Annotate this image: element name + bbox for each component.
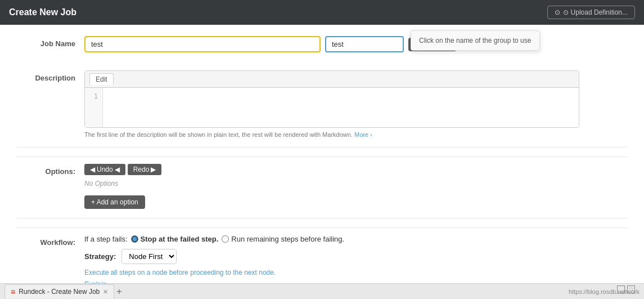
divider-1	[17, 157, 627, 157]
description-field: Edit 1 The first line of the description…	[84, 70, 627, 138]
run-remaining-text: Run remaining steps before failing.	[231, 235, 344, 243]
step-fail-text: If a step fails:	[84, 235, 128, 243]
bottom-tab-bar: ≡ Rundeck - Create New Job ✕ + https://b…	[0, 283, 644, 299]
stop-at-failed-label[interactable]: Stop at the failed step.	[131, 235, 219, 243]
step-fail-row: If a step fails: Stop at the failed step…	[84, 235, 627, 243]
editor-tabs: Edit	[85, 71, 579, 88]
stop-at-failed-text: Stop at the failed step.	[141, 235, 219, 243]
strategy-hint: Execute all steps on a node before proce…	[84, 269, 627, 276]
job-name-field: Choose … ▾ Click on the name of the grou…	[84, 36, 627, 52]
main-content: Job Name Choose … ▾ Click on the name of…	[0, 25, 644, 299]
description-label: Description	[17, 70, 84, 82]
options-field: ◀ Undo ◀ Redo ▶ No Options + Add an opti…	[84, 164, 627, 209]
run-remaining-label[interactable]: Run remaining steps before failing.	[222, 235, 344, 243]
restore-button[interactable]: □	[627, 285, 635, 293]
stop-at-failed-radio[interactable]	[131, 235, 138, 243]
edit-tab[interactable]: Edit	[89, 73, 114, 85]
description-textarea[interactable]	[103, 88, 579, 127]
job-name-input-row: Choose … ▾ Click on the name of the grou…	[84, 36, 627, 52]
tab-title: Rundeck - Create New Job	[19, 288, 100, 296]
description-hint: The first line of the description will b…	[84, 131, 627, 138]
no-options-text: No Options	[84, 180, 627, 188]
undo-button[interactable]: ◀ Undo ◀	[84, 164, 125, 175]
editor-body: 1	[85, 88, 579, 127]
active-tab: ≡ Rundeck - Create New Job ✕	[4, 284, 114, 298]
run-remaining-radio[interactable]	[222, 235, 229, 243]
strategy-label: Strategy:	[84, 252, 116, 261]
line-numbers: 1	[85, 88, 103, 127]
options-row: Options: ◀ Undo ◀ Redo ▶ No Options + Ad…	[17, 164, 627, 218]
page-title: Create New Job	[9, 7, 76, 17]
redo-icon: ▶	[151, 166, 156, 173]
divider-2	[17, 227, 627, 228]
group-tooltip: Click on the name of the group to use	[411, 30, 540, 51]
undo-arrow: ◀	[115, 166, 120, 173]
upload-definition-button[interactable]: ⊙ ⊙ Upload Definition...	[547, 6, 635, 19]
options-toolbar: ◀ Undo ◀ Redo ▶	[84, 164, 627, 175]
rundeck-icon: ≡	[11, 287, 15, 296]
undo-icon: ◀	[90, 166, 95, 173]
workflow-label: Workflow:	[17, 235, 84, 247]
minimize-button[interactable]: _	[617, 285, 625, 293]
window-controls: _ □	[617, 285, 635, 293]
description-more-link[interactable]: More ›	[354, 131, 372, 138]
description-editor: Edit 1	[84, 70, 579, 128]
description-row: Description Edit 1 The first line of the…	[17, 70, 627, 148]
strategy-row: Strategy: Node First Step First	[84, 249, 627, 264]
add-option-button[interactable]: + Add an option	[84, 195, 145, 209]
redo-button[interactable]: Redo ▶	[128, 164, 162, 175]
group-input[interactable]	[325, 36, 404, 52]
job-name-label: Job Name	[17, 36, 84, 48]
upload-icon: ⊙	[555, 8, 560, 16]
options-label: Options:	[17, 164, 84, 176]
job-name-row: Job Name Choose … ▾ Click on the name of…	[17, 36, 627, 61]
job-name-input[interactable]	[84, 36, 321, 52]
tab-close-button[interactable]: ✕	[103, 288, 108, 296]
title-bar: Create New Job ⊙ ⊙ Upload Definition...	[0, 0, 644, 25]
strategy-select[interactable]: Node First Step First	[121, 249, 177, 264]
new-tab-button[interactable]: +	[114, 287, 124, 297]
